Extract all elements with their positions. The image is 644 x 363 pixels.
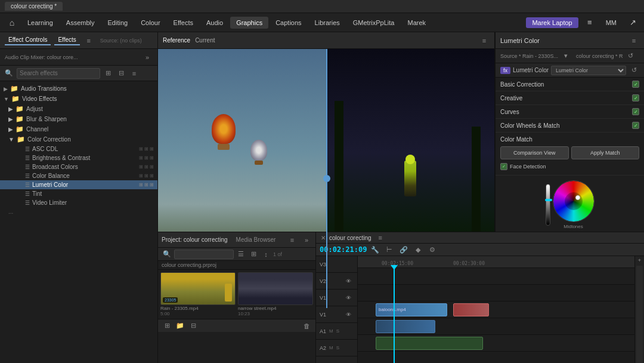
v1b-clip[interactable] [376, 320, 435, 333]
apply-match-button[interactable]: Apply Match [571, 146, 640, 159]
export-icon[interactable]: ↗ [625, 15, 640, 30]
monitor-menu-icon[interactable]: ≡ [479, 35, 490, 46]
menu-audio[interactable]: Audio [200, 17, 229, 29]
mm-button[interactable]: MM [601, 17, 621, 28]
new-folder-icon[interactable]: 📁 [175, 321, 185, 331]
icon-view-icon[interactable]: ⊞ [248, 249, 259, 260]
color-correction-item[interactable]: ▼ 📁 Color Correction [0, 134, 157, 144]
tl-link-icon[interactable]: 🔗 [398, 244, 410, 256]
color-balance-label: Color Balance [32, 173, 70, 179]
blur-sharpen-item[interactable]: ▶ 📁 Blur & Sharpen [0, 114, 157, 124]
timeline-close[interactable]: ✕ [321, 235, 326, 241]
color-wheels-match-section[interactable]: Color Wheels & Match ✓ [496, 119, 644, 133]
project-file-item[interactable]: colour correcting.prproj [158, 261, 315, 270]
clip2[interactable] [453, 303, 489, 316]
fx-select-dropdown[interactable]: Lumetri Color [551, 66, 626, 75]
panel-menu-icon[interactable]: ≡ [83, 35, 94, 46]
street-thumb-img [238, 272, 313, 305]
reset-icon[interactable]: ↺ [626, 51, 636, 61]
tl-settings[interactable]: ⚙ [426, 244, 438, 256]
v2-eye-icon[interactable]: 👁 [343, 276, 354, 287]
audio-transitions-group[interactable]: ▶ 📁 Audio Transitions [0, 84, 157, 94]
midtones-wheel[interactable]: Midtones [553, 180, 595, 229]
new-item-icon[interactable]: ⊞ [162, 321, 172, 331]
timeline-tab-label[interactable]: colour corecting [329, 235, 371, 241]
project-search-input[interactable] [174, 250, 234, 259]
active-tab[interactable]: colour corecting * [5, 2, 63, 11]
video-limiter-item[interactable]: ☰ Video Limiter [0, 198, 157, 207]
tl-wrench-icon[interactable]: 🔧 [369, 244, 381, 256]
monitor-tabs: Reference Current [163, 37, 215, 44]
divider-handle[interactable] [323, 175, 330, 182]
video-effects-header[interactable]: ▼ 📁 Video Effects [0, 94, 157, 104]
lumetri-color-item[interactable]: ☰ Lumetri Color ⊞ ⊞ ⊞ [0, 180, 157, 189]
accordion-icon[interactable]: ≡ [129, 68, 140, 79]
channel-item[interactable]: ▶ 📁 Channel [0, 124, 157, 134]
curves-check[interactable]: ✓ [632, 108, 639, 115]
list-view-icon[interactable]: ☰ [236, 249, 246, 260]
lumetri-menu-icon[interactable]: ≡ [628, 35, 639, 46]
v1a-eye-icon[interactable]: 👁 [343, 293, 354, 303]
tl-snap-icon[interactable]: ⊢ [383, 244, 395, 256]
timeline-menu[interactable]: ≡ [375, 232, 386, 243]
menu-libraries[interactable]: Libraries [309, 17, 346, 29]
adjust-item[interactable]: ▶ 📁 Adjust [0, 104, 157, 114]
creative-check[interactable]: ✓ [632, 94, 639, 101]
basic-correction-check[interactable]: ✓ [632, 81, 639, 88]
street-thumb[interactable]: narrow street.mp4 10:23 [238, 272, 313, 316]
comparison-view-button[interactable]: Comparison View [500, 146, 569, 159]
vertical-scrollbar[interactable] [636, 266, 643, 363]
hamburger-icon[interactable]: ≡ [582, 15, 597, 30]
menu-color[interactable]: Colour [135, 17, 166, 29]
broadcast-colors-item[interactable]: ☰ Broadcast Colors ⊞ ⊞ ⊞ [0, 162, 157, 171]
project-expand-icon[interactable]: » [301, 235, 312, 245]
face-detection-checkbox[interactable]: ✓ [500, 163, 507, 170]
tint-item[interactable]: ☰ Tint [0, 189, 157, 198]
home-button[interactable]: ⌂ [4, 14, 20, 31]
tab-effects[interactable]: Effects [54, 35, 79, 45]
filter-icon[interactable]: ⊟ [116, 68, 126, 79]
balloons-clip[interactable]: baloons.mp4 [376, 303, 447, 316]
midtones-dot[interactable] [575, 195, 580, 200]
midtones-slider-track[interactable] [546, 184, 550, 226]
audio-mixer-expand[interactable]: » [142, 52, 153, 63]
menu-gmetrix[interactable]: GMetrixPpLita [347, 17, 401, 29]
menu-assembly[interactable]: Assembly [60, 17, 101, 29]
midtones-wheel-canvas[interactable] [553, 180, 595, 222]
source-dropdown-icon[interactable]: ▾ [561, 51, 571, 61]
menu-marek[interactable]: Marek [401, 17, 432, 29]
audio-clip-a1[interactable] [376, 337, 483, 350]
menu-captions[interactable]: Captions [270, 17, 307, 29]
media-browser-label[interactable]: Media Browser [236, 236, 276, 243]
rain-thumb[interactable]: 23305 Rain - 23305.mp4 5:00 [160, 272, 236, 316]
chan-arrow: ▶ [8, 126, 13, 133]
tab-effect-controls[interactable]: Effect Controls [5, 35, 51, 45]
basic-correction-section[interactable]: Basic Correction ✓ [496, 78, 644, 91]
tl-add-marker[interactable]: ◆ [412, 244, 424, 256]
delete-icon[interactable]: 🗑 [301, 321, 312, 331]
menu-editing[interactable]: Editing [102, 17, 134, 29]
video-effects-group[interactable]: ▼ 📁 Video Effects ▶ 📁 Adjust ▶ 📁 Blur & … [0, 94, 157, 216]
v3-name: V3 [320, 262, 326, 267]
automate-icon[interactable]: ⊟ [188, 321, 199, 331]
effects-search-input[interactable] [17, 68, 100, 79]
color-balance-item[interactable]: ☰ Color Balance ⊞ ⊞ ⊞ [0, 171, 157, 180]
project-menu-icon[interactable]: ≡ [287, 235, 298, 245]
new-bin-icon[interactable]: ⊞ [103, 68, 113, 79]
audio-transitions-header[interactable]: ▶ 📁 Audio Transitions [0, 84, 157, 94]
asc-cdl-item[interactable]: ☰ ASC CDL ⊞ ⊞ ⊞ [0, 144, 157, 153]
workspace-button[interactable]: Marek Laptop [526, 17, 578, 28]
menu-learning[interactable]: Learning [21, 17, 59, 29]
menu-graphics[interactable]: Graphics [230, 17, 268, 29]
v1b-eye-icon[interactable]: 👁 [343, 309, 354, 320]
video-divider[interactable] [326, 49, 327, 308]
curves-section[interactable]: Curves ✓ [496, 105, 644, 119]
creative-section[interactable]: Creative ✓ [496, 91, 644, 105]
brightness-contrast-item[interactable]: ☰ Brightness & Contrast ⊞ ⊞ ⊞ [0, 153, 157, 162]
zoom-in-icon[interactable]: + [635, 256, 644, 264]
ve-arrow-icon: ▼ [4, 96, 9, 102]
sort-icon[interactable]: ↕ [261, 249, 271, 260]
fx-reset-icon[interactable]: ↺ [628, 65, 639, 76]
color-wheels-match-check[interactable]: ✓ [632, 122, 639, 129]
menu-effects[interactable]: Effects [168, 17, 199, 29]
